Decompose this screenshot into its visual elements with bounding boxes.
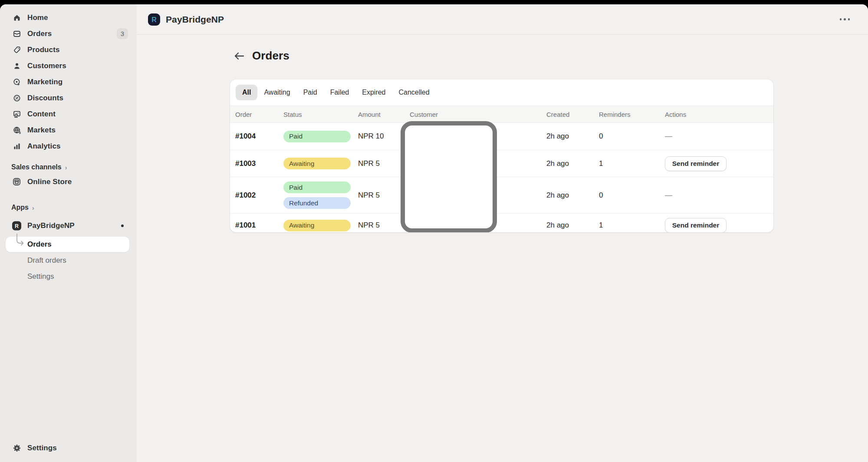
notification-dot [121, 224, 124, 227]
table-header-row: OrderStatusAmountCustomerCreatedReminder… [230, 106, 773, 123]
sidebar-item-label: Products [27, 46, 59, 54]
app-window: HomeOrders3ProductsCustomersMarketingDis… [0, 4, 868, 462]
status-badge-paid: Paid [283, 131, 351, 142]
tab-all[interactable]: All [236, 85, 257, 100]
column-header-customer: Customer [410, 111, 546, 118]
sidebar-item-marketing[interactable]: Marketing [5, 74, 132, 90]
sidebar: HomeOrders3ProductsCustomersMarketingDis… [0, 4, 137, 462]
column-header-order: Order [235, 111, 283, 118]
paybridge-app-icon: R [12, 221, 21, 230]
apps-header[interactable]: Apps › [5, 201, 132, 214]
analytics-icon [12, 142, 21, 151]
sales-channels-label: Sales channels [11, 163, 62, 171]
home-icon [12, 13, 21, 22]
redaction-overlay [401, 121, 497, 232]
app-sub-item-draft-orders[interactable]: Draft orders [6, 253, 129, 268]
markets-icon: $ [12, 125, 21, 135]
created-cell: 2h ago [546, 191, 599, 200]
send-reminder-button[interactable]: Send reminder [665, 156, 727, 171]
actions-cell: Send reminder [665, 218, 773, 232]
page-content: Orders AllAwaitingPaidFailedExpiredCance… [137, 35, 868, 462]
page-title-row: Orders [233, 49, 289, 63]
sidebar-item-label: Content [27, 110, 56, 119]
status-badge-awaiting: Awaiting [283, 220, 351, 231]
sidebar-footer: Settings [5, 440, 132, 456]
order-number-cell: #1004 [235, 132, 283, 141]
svg-text:$: $ [19, 130, 21, 134]
no-action-dash: — [665, 132, 672, 140]
sidebar-item-paybridgenp[interactable]: R PayBridgeNP [5, 218, 132, 234]
app-sub-nav: OrdersDraft ordersSettings [5, 237, 132, 285]
sidebar-item-markets[interactable]: $Markets [5, 122, 132, 138]
created-cell: 2h ago [546, 132, 599, 141]
sidebar-item-label: Customers [27, 62, 66, 70]
app-sub-item-label: Draft orders [27, 256, 66, 265]
actions-cell: — [665, 191, 773, 200]
order-number-cell: #1003 [235, 159, 283, 168]
orders-card: AllAwaitingPaidFailedExpiredCancelled Or… [230, 79, 773, 232]
status-cell: PaidRefunded [283, 177, 358, 213]
svg-text:R: R [15, 223, 19, 229]
reminders-cell: 1 [599, 221, 665, 230]
tab-cancelled[interactable]: Cancelled [392, 85, 436, 100]
discounts-icon [12, 93, 21, 102]
sidebar-item-products[interactable]: Products [5, 42, 132, 58]
column-header-actions: Actions [665, 111, 773, 118]
actions-cell: — [665, 132, 773, 141]
sidebar-item-content[interactable]: Content [5, 106, 132, 122]
apps-label: Apps [11, 204, 29, 211]
no-action-dash: — [665, 191, 672, 199]
products-icon [12, 45, 21, 54]
sidebar-item-discounts[interactable]: Discounts [5, 90, 132, 106]
tab-paid[interactable]: Paid [297, 85, 324, 100]
svg-text:R: R [151, 16, 157, 23]
overflow-menu-icon[interactable] [838, 15, 852, 24]
content-icon [12, 109, 21, 119]
app-sub-item-orders[interactable]: Orders [6, 237, 129, 252]
app-sub-item-label: Settings [27, 272, 54, 281]
app-sub-item-settings[interactable]: Settings [6, 269, 129, 284]
send-reminder-button[interactable]: Send reminder [665, 218, 727, 232]
status-cell: Awaiting [283, 153, 358, 174]
chevron-right-icon: › [32, 205, 34, 211]
sidebar-item-settings[interactable]: Settings [5, 440, 132, 456]
created-cell: 2h ago [546, 221, 599, 230]
sidebar-item-analytics[interactable]: Analytics [5, 138, 132, 154]
status-badge-awaiting: Awaiting [283, 158, 351, 169]
created-cell: 2h ago [546, 159, 599, 168]
order-number-cell: #1002 [235, 191, 283, 200]
sidebar-item-customers[interactable]: Customers [5, 58, 132, 74]
reminders-cell: 1 [599, 159, 665, 168]
sidebar-item-orders[interactable]: Orders3 [5, 26, 132, 42]
sidebar-channels-nav: Online Store [5, 174, 132, 190]
status-cell: Paid [283, 126, 358, 147]
column-header-created: Created [546, 111, 599, 118]
app-name-label: PayBridgeNP [27, 221, 75, 230]
status-filter-tabs: AllAwaitingPaidFailedExpiredCancelled [230, 79, 773, 106]
tab-failed[interactable]: Failed [324, 85, 356, 100]
sidebar-item-online-store[interactable]: Online Store [5, 174, 132, 190]
sidebar-item-home[interactable]: Home [5, 10, 132, 26]
orders-icon [12, 29, 21, 38]
column-header-reminders: Reminders [599, 111, 665, 118]
gear-icon [12, 443, 21, 452]
back-arrow-icon[interactable] [233, 50, 245, 62]
order-number-cell: #1001 [235, 221, 283, 230]
tab-awaiting[interactable]: Awaiting [257, 85, 296, 100]
sidebar-item-label: Orders [27, 30, 52, 38]
column-header-status: Status [283, 111, 358, 118]
table-row: #1004PaidNPR 102h ago0— [230, 123, 773, 150]
sidebar-item-label: Settings [27, 444, 57, 452]
app-header: R PayBridgeNP [137, 4, 868, 35]
sales-channels-header[interactable]: Sales channels › [5, 161, 132, 174]
tab-expired[interactable]: Expired [355, 85, 392, 100]
sidebar-item-label: Discounts [27, 94, 63, 102]
sidebar-main-nav: HomeOrders3ProductsCustomersMarketingDis… [5, 10, 132, 154]
orders-table-body: #1004PaidNPR 102h ago0—#1003AwaitingNPR … [230, 123, 773, 232]
sidebar-item-label: Markets [27, 126, 56, 135]
customers-icon [12, 61, 21, 70]
status-cell: Awaiting [283, 215, 358, 233]
tree-elbow-icon [15, 234, 26, 249]
app-sub-item-label: Orders [27, 240, 52, 249]
orders-count-badge: 3 [117, 28, 128, 39]
